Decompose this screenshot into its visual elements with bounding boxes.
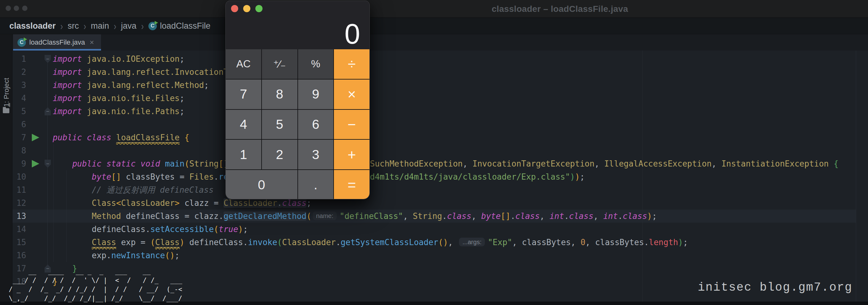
java-class-icon: C bbox=[18, 38, 26, 47]
code-text: import java.lang.reflect.Method; bbox=[53, 79, 209, 92]
inlay-hint: ...args: bbox=[459, 238, 485, 246]
calc-key-8[interactable]: 8 bbox=[262, 80, 298, 109]
calc-key-plus-minus[interactable]: ⁺⁄₋ bbox=[262, 49, 298, 79]
fold-marker-icon[interactable]: − bbox=[44, 55, 51, 63]
breadcrumb-separator: › bbox=[84, 20, 86, 32]
code-line-1[interactable]: 1−import java.io.IOException; bbox=[12, 52, 867, 65]
calc-key-2[interactable]: 2 bbox=[262, 140, 298, 169]
calc-key-percent[interactable]: % bbox=[298, 49, 334, 79]
line-number: 5 bbox=[12, 105, 26, 118]
calculator-window: 0 AC⁺⁄₋%÷789×456−123+0.= bbox=[225, 1, 370, 199]
calc-key-add[interactable]: + bbox=[334, 140, 369, 169]
calc-keypad: AC⁺⁄₋%÷789×456−123+0.= bbox=[226, 49, 369, 199]
code-line-12[interactable]: 12 Class<ClassLoader> clazz = ClassLoade… bbox=[12, 196, 867, 210]
code-line-8[interactable]: 8 bbox=[12, 144, 867, 157]
code-line-11[interactable]: 11 // 通过反射调用 defineClass bbox=[12, 183, 867, 196]
tab-close-icon[interactable]: × bbox=[90, 39, 94, 46]
code-text: exp.newInstance(); bbox=[53, 249, 180, 262]
calc-key-multiply[interactable]: × bbox=[334, 80, 369, 109]
line-number: 12 bbox=[12, 196, 26, 210]
code-line-14[interactable]: 14 defineClass.setAccessible(true); bbox=[12, 223, 867, 236]
breadcrumb-separator: › bbox=[141, 20, 144, 32]
calc-key-7[interactable]: 7 bbox=[226, 80, 261, 109]
code-text: Class exp = (Class) defineClass.invoke(C… bbox=[53, 236, 688, 249]
calc-key-4[interactable]: 4 bbox=[226, 110, 261, 140]
code-line-2[interactable]: 2import java.lang.reflect.InvocationTarg… bbox=[12, 65, 867, 79]
code-line-6[interactable]: 6 bbox=[12, 118, 867, 131]
code-text: import java.io.IOException; bbox=[53, 52, 185, 65]
line-number: 14 bbox=[12, 223, 26, 236]
calc-display: 0 bbox=[226, 1, 369, 49]
ide-titlebar: classloader – loadClassFile.java bbox=[0, 0, 868, 18]
breadcrumb-item-src[interactable]: src bbox=[68, 21, 79, 31]
tab-loadclassfile[interactable]: C loadClassFile.java × bbox=[13, 34, 101, 51]
window-title: classloader – loadClassFile.java bbox=[492, 4, 628, 14]
line-number: 13 bbox=[12, 210, 26, 223]
calc-key-9[interactable]: 9 bbox=[298, 80, 334, 109]
calc-key-3[interactable]: 3 bbox=[298, 140, 334, 169]
code-line-10[interactable]: 10 byte[] classBytes = Files.readAllByte… bbox=[12, 170, 867, 183]
calc-key-ac[interactable]: AC bbox=[226, 49, 261, 79]
line-number: 11 bbox=[12, 183, 26, 196]
tab-label: loadClassFile.java bbox=[29, 38, 85, 47]
calc-display-value: 0 bbox=[344, 20, 360, 48]
breadcrumb-separator: › bbox=[61, 20, 63, 32]
active-tab-indicator bbox=[13, 49, 101, 51]
line-number: 16 bbox=[12, 249, 26, 262]
ascii-art-watermark: __ ____ __ _ _ ___ __ ___/ / / / / / ' \… bbox=[9, 267, 182, 303]
line-number: 9 bbox=[12, 157, 26, 170]
breadcrumb: classloader›src›main›java›CloadClassFile bbox=[0, 18, 868, 34]
code-line-5[interactable]: 5−import java.nio.file.Paths; bbox=[12, 105, 867, 118]
line-number: 1 bbox=[12, 52, 26, 65]
java-class-icon: C bbox=[148, 22, 157, 30]
calc-key-equals[interactable]: = bbox=[334, 170, 369, 199]
code-line-9[interactable]: 9− public static void main(String[] args… bbox=[12, 157, 867, 170]
calc-key-decimal[interactable]: . bbox=[298, 170, 334, 199]
code-line-7[interactable]: 7public class loadClassFile { bbox=[12, 131, 867, 144]
calc-key-6[interactable]: 6 bbox=[298, 110, 334, 140]
line-number: 10 bbox=[12, 170, 26, 183]
code-text: public static void main(String[] args) t… bbox=[53, 157, 838, 170]
calc-key-1[interactable]: 1 bbox=[226, 140, 261, 169]
fold-marker-icon[interactable]: − bbox=[44, 107, 51, 115]
breadcrumb-item-classloader[interactable]: classloader bbox=[9, 21, 56, 31]
editor-tabbar: C loadClassFile.java × bbox=[12, 34, 868, 51]
window-minimize-button[interactable] bbox=[14, 6, 19, 11]
breadcrumb-item-loadClassFile[interactable]: CloadClassFile bbox=[148, 21, 211, 31]
project-toolwindow-button[interactable]: 1: Project bbox=[2, 78, 10, 107]
calc-key-0[interactable]: 0 bbox=[226, 170, 298, 199]
project-tool-strip: 1: Project bbox=[0, 34, 12, 305]
code-text: import java.nio.file.Files; bbox=[53, 92, 185, 105]
code-line-15[interactable]: 15 Class exp = (Class) defineClass.invok… bbox=[12, 236, 867, 249]
line-number: 15 bbox=[12, 236, 26, 249]
line-number: 8 bbox=[12, 144, 26, 157]
line-number: 6 bbox=[12, 118, 26, 131]
folder-icon[interactable] bbox=[3, 108, 9, 113]
breadcrumb-item-java[interactable]: java bbox=[121, 21, 136, 31]
run-icon[interactable] bbox=[32, 160, 39, 167]
line-number: 2 bbox=[12, 65, 26, 79]
calc-key-divide[interactable]: ÷ bbox=[334, 49, 369, 79]
line-number: 7 bbox=[12, 131, 26, 144]
inlay-hint: name: bbox=[313, 211, 337, 220]
calc-key-subtract[interactable]: − bbox=[334, 110, 369, 140]
code-text: import java.nio.file.Paths; bbox=[53, 105, 185, 118]
code-text: public class loadClassFile { bbox=[53, 131, 189, 144]
code-line-3[interactable]: 3import java.lang.reflect.Method; bbox=[12, 79, 867, 92]
breadcrumb-separator: › bbox=[114, 20, 116, 32]
run-icon[interactable] bbox=[32, 134, 39, 141]
code-text: Method defineClass = clazz.getDeclaredMe… bbox=[53, 210, 657, 223]
window-close-button[interactable] bbox=[6, 6, 11, 11]
code-text: // 通过反射调用 defineClass bbox=[53, 183, 214, 196]
fold-marker-icon[interactable]: − bbox=[44, 160, 51, 168]
code-text: defineClass.setAccessible(true); bbox=[53, 223, 248, 236]
breadcrumb-item-main[interactable]: main bbox=[91, 21, 109, 31]
window-zoom-button[interactable] bbox=[22, 6, 27, 11]
code-line-16[interactable]: 16 exp.newInstance(); bbox=[12, 249, 867, 262]
code-line-13[interactable]: 13 Method defineClass = clazz.getDeclare… bbox=[12, 210, 867, 223]
code-line-4[interactable]: 4import java.nio.file.Files; bbox=[12, 92, 867, 105]
line-number: 4 bbox=[12, 92, 26, 105]
credit-watermark: initsec blog.gm7.org bbox=[698, 281, 852, 294]
calc-key-5[interactable]: 5 bbox=[262, 110, 298, 140]
line-number: 3 bbox=[12, 79, 26, 92]
